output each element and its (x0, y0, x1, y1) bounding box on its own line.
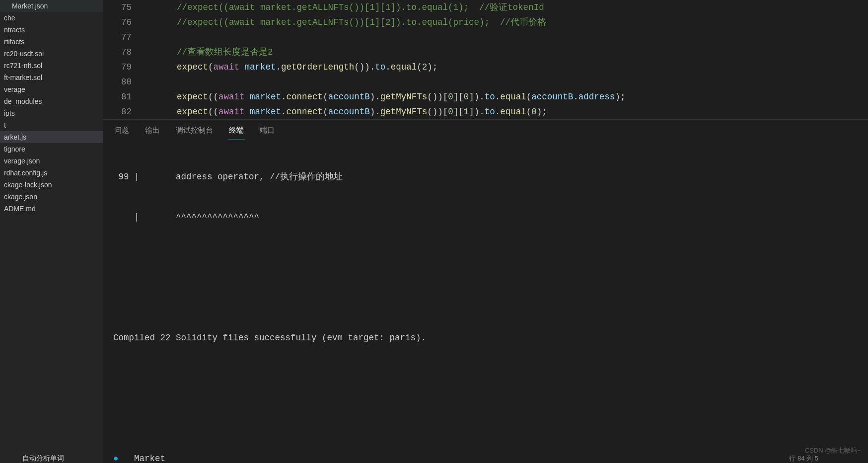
code-line[interactable]: 77 (103, 30, 868, 45)
code-line[interactable]: 79 expect(await market.getOrderLength())… (103, 60, 868, 75)
file-tree-item[interactable]: Market.json (0, 0, 103, 12)
line-content[interactable]: expect(await market.getOrderLength()).to… (145, 60, 868, 75)
terminal-line: 99 | address operator, //执行操作的地址 (113, 170, 858, 184)
line-number: 81 (103, 89, 145, 104)
code-line[interactable]: 76 //expect((await market.getALLNFTs())[… (103, 15, 868, 30)
line-number: 78 (103, 45, 145, 60)
statusbar-left: 自动分析单词 (22, 454, 64, 463)
code-editor[interactable]: 75 //expect((await market.getALLNFTs())[… (103, 0, 868, 119)
compile-status: Compiled 22 Solidity files successfully … (113, 331, 858, 345)
code-line[interactable]: 82 expect((await market.connect(accountB… (103, 104, 868, 119)
file-tree-item[interactable]: tignore (0, 143, 103, 155)
file-tree-item[interactable]: rc20-usdt.sol (0, 48, 103, 60)
main-area: 75 //expect((await market.getALLNFTs())[… (103, 0, 868, 463)
file-tree-item[interactable]: verage.json (0, 155, 103, 167)
file-tree-item[interactable]: t (0, 119, 103, 131)
terminal-output[interactable]: 99 | address operator, //执行操作的地址 | ^^^^^… (103, 140, 868, 463)
file-tree-item[interactable]: ntracts (0, 24, 103, 36)
file-tree-item[interactable]: rc721-nft.sol (0, 60, 103, 72)
code-line[interactable]: 80 (103, 75, 868, 89)
file-explorer-sidebar[interactable]: Market.jsonchentractsrtifactsrc20-usdt.s… (0, 0, 103, 463)
file-tree-item[interactable]: arket.js (0, 131, 103, 143)
line-number: 82 (103, 104, 145, 119)
line-number: 77 (103, 30, 145, 45)
file-tree-item[interactable]: ckage-lock.json (0, 179, 103, 191)
panel-tab[interactable]: 输出 (144, 124, 161, 140)
panel-tab[interactable]: 调试控制台 (175, 124, 214, 140)
test-suite-name: ● Market (113, 452, 858, 463)
line-content[interactable]: expect((await market.connect(accountB).g… (145, 89, 868, 104)
line-number: 79 (103, 60, 145, 75)
panel-tab[interactable]: 端口 (259, 124, 276, 140)
panel-tab[interactable]: 问题 (113, 124, 130, 140)
file-tree-item[interactable]: rdhat.config.js (0, 167, 103, 179)
file-tree-item[interactable]: ft-market.sol (0, 72, 103, 83)
code-line[interactable]: 81 expect((await market.connect(accountB… (103, 89, 868, 104)
file-tree-item[interactable]: ckage.json (0, 191, 103, 203)
bottom-panel: 问题输出调试控制台终端端口 99 | address operator, //执… (103, 119, 868, 463)
line-content[interactable] (145, 30, 868, 45)
line-number: 80 (103, 75, 145, 89)
file-tree-item[interactable]: ipts (0, 107, 103, 119)
file-tree-item[interactable]: che (0, 12, 103, 24)
code-line[interactable]: 78 //查看数组长度是否是2 (103, 45, 868, 60)
line-number: 75 (103, 0, 145, 15)
file-tree-item[interactable]: verage (0, 83, 103, 95)
terminal-blank (113, 251, 858, 264)
terminal-blank (113, 372, 858, 385)
panel-tab[interactable]: 终端 (228, 124, 245, 140)
terminal-blank (113, 291, 858, 305)
line-content[interactable]: //查看数组长度是否是2 (145, 45, 868, 60)
line-content[interactable] (145, 75, 868, 89)
terminal-blank (113, 412, 858, 425)
file-tree-item[interactable]: rtifacts (0, 36, 103, 48)
line-number: 76 (103, 15, 145, 30)
line-content[interactable]: expect((await market.connect(accountB).g… (145, 104, 868, 119)
statusbar-position: 行 84 列 5 (789, 454, 818, 463)
code-line[interactable]: 75 //expect((await market.getALLNFTs())[… (103, 0, 868, 15)
file-tree-item[interactable]: ADME.md (0, 203, 103, 215)
line-content[interactable]: //expect((await market.getALLNFTs())[1][… (145, 15, 868, 30)
terminal-line: | ^^^^^^^^^^^^^^^^ (113, 211, 858, 224)
line-content[interactable]: //expect((await market.getALLNFTs())[1][… (145, 0, 868, 15)
panel-tabs: 问题输出调试控制台终端端口 (103, 120, 868, 140)
file-tree-item[interactable]: de_modules (0, 95, 103, 107)
